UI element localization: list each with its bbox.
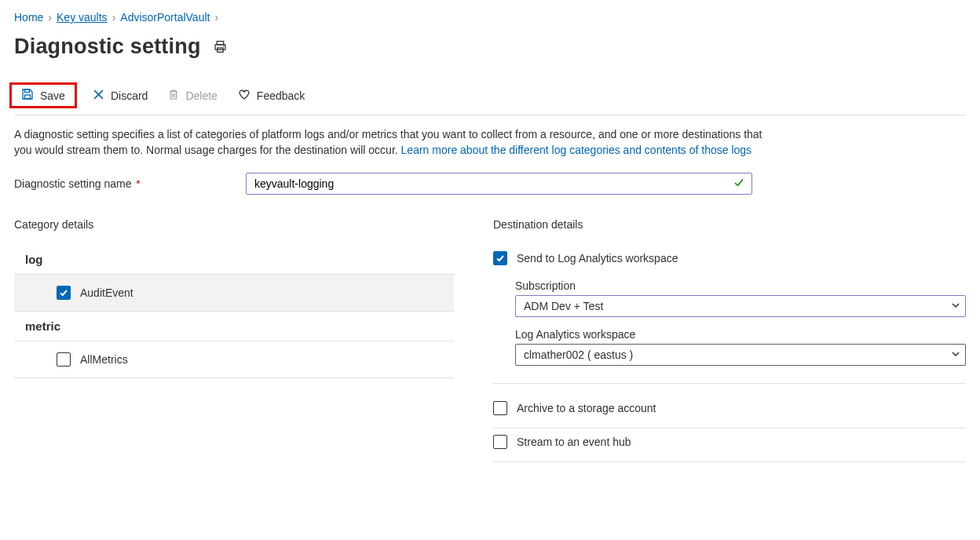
auditevent-row: AuditEvent [14,274,454,312]
subscription-label: Subscription [515,279,966,292]
eventhub-checkbox[interactable] [493,435,507,449]
delete-button: Delete [163,86,221,106]
toolbar: Save Discard Delete Feedback [14,82,966,115]
log-header: log [14,245,454,274]
svg-rect-5 [25,89,30,93]
destination-details-title: Destination details [493,218,966,231]
workspace-value: clmather002 ( eastus ) [524,348,633,361]
chevron-right-icon: › [214,11,218,24]
svg-rect-0 [217,42,224,45]
svg-point-3 [223,46,224,46]
save-button[interactable]: Save [16,85,70,106]
breadcrumb-vault[interactable]: AdvisorPortalVault [120,11,210,24]
chevron-down-icon [951,348,960,361]
svg-rect-4 [25,95,31,99]
discard-button[interactable]: Discard [88,86,152,106]
chevron-down-icon [951,300,960,312]
send-la-checkbox[interactable] [493,251,507,265]
allmetrics-checkbox[interactable] [57,352,71,367]
auditevent-label: AuditEvent [80,286,133,299]
workspace-label: Log Analytics workspace [515,328,966,341]
send-la-label: Send to Log Analytics workspace [517,252,678,265]
chevron-right-icon: › [48,11,52,24]
delete-label: Delete [185,89,217,102]
check-icon [733,177,744,190]
breadcrumb-key-vaults[interactable]: Key vaults [57,11,108,24]
print-icon[interactable] [214,40,227,53]
allmetrics-row: AllMetrics [14,341,454,378]
learn-more-link[interactable]: Learn more about the different log categ… [401,144,751,156]
chevron-right-icon: › [112,11,116,24]
trash-icon [168,89,179,103]
close-icon [93,89,104,103]
category-details-title: Category details [14,218,454,231]
save-icon [21,88,34,103]
page-title: Diagnostic setting [14,35,201,59]
save-label: Save [40,89,65,102]
workspace-select[interactable]: clmather002 ( eastus ) [515,344,966,366]
eventhub-label: Stream to an event hub [517,436,631,448]
svg-rect-1 [215,45,225,49]
auditevent-checkbox[interactable] [57,286,71,300]
breadcrumb: Home › Key vaults › AdvisorPortalVault › [14,11,966,24]
heart-icon [238,89,250,103]
description: A diagnostic setting specifies a list of… [14,126,776,159]
subscription-select[interactable]: ADM Dev + Test [515,295,966,317]
required-indicator: * [133,177,140,190]
archive-checkbox[interactable] [493,401,507,415]
feedback-label: Feedback [257,89,305,102]
subscription-value: ADM Dev + Test [524,300,603,312]
breadcrumb-home[interactable]: Home [14,11,43,24]
discard-label: Discard [111,89,148,102]
allmetrics-label: AllMetrics [80,353,128,366]
setting-name-input[interactable] [246,173,752,195]
feedback-button[interactable]: Feedback [233,86,309,106]
setting-name-label: Diagnostic setting name * [14,177,246,190]
archive-label: Archive to a storage account [517,402,656,414]
metric-header: metric [14,312,454,341]
